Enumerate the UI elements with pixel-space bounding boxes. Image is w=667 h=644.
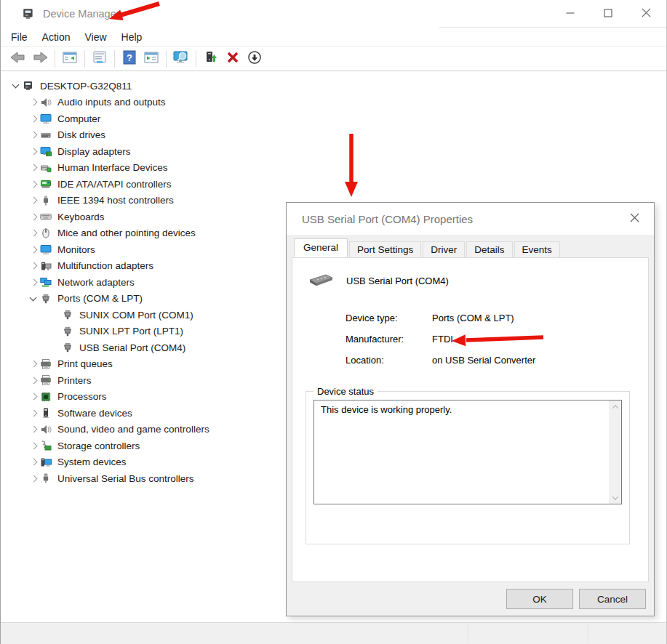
device-info-row: Device type:Ports (COM & LPT) bbox=[346, 307, 535, 329]
chevron-down-icon[interactable] bbox=[27, 292, 40, 305]
tab-general[interactable]: General bbox=[294, 238, 348, 257]
tree-item-audio-inputs-and-outputs[interactable]: Audio inputs and outputs bbox=[1, 94, 666, 111]
chevron-right-icon[interactable] bbox=[27, 112, 40, 125]
chevron-right-icon[interactable] bbox=[27, 275, 40, 289]
console-tree-button[interactable] bbox=[60, 49, 80, 68]
tree-item-computer[interactable]: Computer bbox=[1, 110, 666, 127]
tree-item-display-adapters[interactable]: Display adapters bbox=[1, 143, 666, 160]
tab-events[interactable]: Events bbox=[514, 241, 560, 257]
tab-port-settings[interactable]: Port Settings bbox=[349, 241, 421, 257]
menu-action[interactable]: Action bbox=[42, 31, 71, 43]
serial-port-icon bbox=[308, 271, 335, 290]
tree-item-label: Audio inputs and outputs bbox=[57, 97, 166, 108]
disable-button[interactable] bbox=[244, 49, 265, 68]
statusbar-divider bbox=[588, 624, 588, 643]
help-icon: ? bbox=[122, 50, 137, 67]
device-status-textbox[interactable]: This device is working properly. bbox=[313, 400, 622, 504]
menu-help[interactable]: Help bbox=[121, 31, 143, 43]
tree-item-label: Keyboards bbox=[57, 212, 105, 222]
chevron-right-icon[interactable] bbox=[27, 194, 40, 207]
chevron-right-icon[interactable] bbox=[27, 472, 40, 485]
chevron-right-icon[interactable] bbox=[27, 243, 40, 256]
chevron-right-icon[interactable] bbox=[27, 227, 40, 240]
chevron-right-icon[interactable] bbox=[27, 177, 40, 190]
update-driver-icon bbox=[204, 50, 218, 67]
chevron-right-icon[interactable] bbox=[27, 96, 40, 109]
tab-driver[interactable]: Driver bbox=[423, 241, 465, 257]
tree-item-disk-drives[interactable]: Disk drives bbox=[1, 127, 666, 144]
tree-item-label: Display adapters bbox=[57, 146, 131, 157]
close-button[interactable] bbox=[627, 0, 665, 28]
dialog-title: USB Serial Port (COM4) Properties bbox=[302, 213, 473, 225]
chevron-right-icon[interactable] bbox=[27, 406, 40, 419]
system-icon bbox=[40, 456, 52, 468]
chevron-right-icon[interactable] bbox=[27, 145, 40, 158]
toolbar-separator bbox=[55, 50, 55, 68]
dialog-title-bar: USB Serial Port (COM4) Properties bbox=[287, 203, 654, 235]
menu-file[interactable]: File bbox=[11, 31, 28, 43]
forward-button[interactable] bbox=[30, 49, 50, 68]
minimize-button[interactable] bbox=[551, 0, 589, 28]
help-button[interactable]: ? bbox=[119, 49, 140, 68]
chevron-right-icon[interactable] bbox=[27, 161, 40, 174]
toolbar-separator bbox=[166, 50, 167, 68]
minimize-icon bbox=[566, 9, 575, 20]
update-driver-button[interactable] bbox=[201, 49, 221, 68]
scroll-up-button[interactable] bbox=[609, 401, 621, 413]
uninstall-button[interactable] bbox=[223, 49, 243, 68]
monitor-icon bbox=[40, 113, 52, 124]
device-name: USB Serial Port (COM4) bbox=[346, 275, 449, 286]
back-button[interactable] bbox=[8, 49, 28, 68]
tab-details[interactable]: Details bbox=[466, 241, 512, 257]
maximize-button[interactable] bbox=[589, 0, 627, 28]
tree-item-ide-ata-atapi-controllers[interactable]: IDE ATA/ATAPI controllers bbox=[1, 176, 666, 193]
scan-hardware-button[interactable] bbox=[171, 49, 191, 68]
ide-icon bbox=[40, 178, 52, 190]
tree-item-label: Processors bbox=[57, 391, 107, 402]
multifunction-icon bbox=[40, 260, 52, 272]
chevron-right-icon[interactable] bbox=[27, 456, 40, 469]
monitor-icon bbox=[40, 243, 52, 255]
toolbar-separator bbox=[114, 50, 115, 68]
info-value: FTDI bbox=[432, 334, 453, 345]
printer-icon bbox=[40, 358, 52, 370]
tree-item-label: IEEE 1394 host controllers bbox=[57, 195, 174, 206]
tree-item-human-interface-devices[interactable]: Human Interface Devices bbox=[1, 160, 666, 177]
title-bar: Device Manager bbox=[1, 0, 666, 28]
properties-dialog: USB Serial Port (COM4) Properties Genera… bbox=[286, 202, 655, 616]
disk-icon bbox=[40, 129, 52, 141]
properties-button[interactable] bbox=[89, 49, 110, 68]
chevron-right-icon[interactable] bbox=[27, 423, 40, 436]
tree-item-label: Multifunction adapters bbox=[57, 260, 153, 271]
chevron-down-icon[interactable] bbox=[9, 79, 23, 92]
window-title: Device Manager bbox=[43, 8, 120, 20]
tree-item-desktop-g32q811[interactable]: DESKTOP-G32Q811 bbox=[1, 78, 666, 94]
menu-view[interactable]: View bbox=[84, 31, 106, 43]
audio-icon bbox=[40, 424, 52, 435]
status-bar bbox=[1, 622, 666, 644]
tab-strip: GeneralPort SettingsDriverDetailsEvents bbox=[294, 238, 562, 257]
chevron-right-icon[interactable] bbox=[27, 259, 40, 273]
network-icon bbox=[40, 276, 52, 288]
usb-icon bbox=[40, 472, 52, 484]
chevron-right-icon[interactable] bbox=[27, 210, 40, 223]
action-pane-button[interactable] bbox=[141, 49, 161, 68]
scroll-down-button[interactable] bbox=[609, 491, 621, 504]
status-scrollbar[interactable] bbox=[609, 401, 621, 504]
cancel-button[interactable]: Cancel bbox=[579, 589, 646, 609]
chevron-right-icon[interactable] bbox=[27, 374, 40, 387]
serial-port-icon bbox=[62, 326, 73, 337]
dialog-close-button[interactable] bbox=[619, 206, 650, 230]
tree-item-label: USB Serial Port (COM4) bbox=[79, 342, 185, 353]
chevron-right-icon[interactable] bbox=[27, 390, 40, 403]
scan-hardware-icon bbox=[173, 50, 189, 67]
uninstall-icon bbox=[225, 50, 240, 67]
device-info-row: Manufacturer:FTDI bbox=[346, 329, 535, 350]
processor-icon bbox=[40, 391, 52, 403]
chevron-right-icon[interactable] bbox=[27, 358, 40, 371]
chevron-right-icon[interactable] bbox=[27, 439, 40, 452]
ok-button[interactable]: OK bbox=[506, 589, 573, 609]
tree-item-label: Mice and other pointing devices bbox=[57, 228, 196, 238]
chevron-right-icon[interactable] bbox=[27, 129, 40, 142]
back-icon bbox=[10, 50, 26, 67]
